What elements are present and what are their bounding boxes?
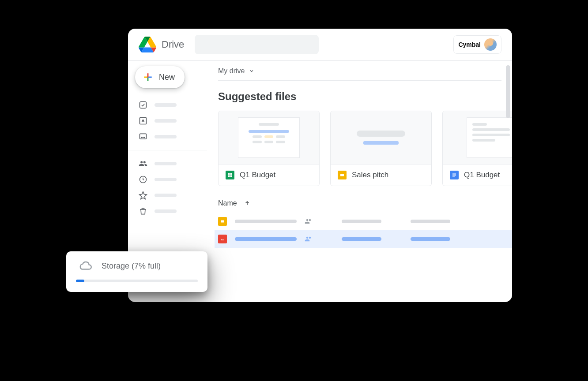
sidebar-item-starred[interactable] xyxy=(135,188,207,202)
computer-icon xyxy=(139,132,147,141)
sidebar-item-trash[interactable] xyxy=(135,204,207,218)
main-content: My drive Suggested files xyxy=(207,61,512,302)
sidebar-item-priority[interactable] xyxy=(135,98,207,112)
storage-progress xyxy=(76,280,198,282)
sidebar-item-recent[interactable] xyxy=(135,172,207,187)
sidebar-item-mydrive[interactable] xyxy=(135,114,207,128)
sidebar-divider xyxy=(128,150,207,150)
table-row[interactable] xyxy=(218,213,512,230)
app-header: Drive Cymbal xyxy=(128,29,512,61)
svg-rect-0 xyxy=(140,102,147,108)
account-label: Cymbal xyxy=(458,41,481,48)
docs-icon xyxy=(450,171,459,179)
svg-point-4 xyxy=(143,137,143,138)
search-input[interactable] xyxy=(195,35,319,54)
clock-icon xyxy=(139,175,147,184)
drive-logo-icon xyxy=(139,37,156,52)
new-button[interactable]: New xyxy=(135,66,185,88)
breadcrumb-label: My drive xyxy=(218,67,245,75)
svg-point-5 xyxy=(144,137,145,138)
breadcrumb[interactable]: My drive xyxy=(218,67,501,81)
storage-label: Storage (7% full) xyxy=(102,261,161,271)
file-name: Q1 Budget xyxy=(240,171,275,179)
avatar xyxy=(484,38,497,51)
column-name: Name xyxy=(218,199,237,207)
svg-rect-7 xyxy=(340,174,344,176)
suggested-title: Suggested files xyxy=(218,90,512,103)
star-icon xyxy=(139,191,147,200)
file-card[interactable]: Sales pitch xyxy=(330,111,432,186)
slides-icon xyxy=(338,171,347,179)
check-square-icon xyxy=(139,101,147,109)
storage-card[interactable]: Storage (7% full) xyxy=(66,251,207,292)
new-button-label: New xyxy=(159,73,175,82)
trash-icon xyxy=(139,207,147,216)
image-icon xyxy=(218,235,227,243)
scrollbar[interactable] xyxy=(506,65,510,118)
file-name: Q1 Budget xyxy=(464,171,500,179)
shared-icon xyxy=(305,217,313,225)
drive-square-icon xyxy=(139,116,147,125)
plus-icon xyxy=(142,71,154,83)
suggested-cards: Q1 Budget Sales pitc xyxy=(218,111,512,186)
sidebar-item-computers[interactable] xyxy=(135,130,207,144)
app-title: Drive xyxy=(162,39,184,50)
arrow-up-icon xyxy=(244,200,250,206)
cloud-icon xyxy=(76,259,94,273)
table-header[interactable]: Name xyxy=(218,197,512,210)
table-row[interactable] xyxy=(215,230,512,248)
file-list xyxy=(218,213,512,248)
svg-rect-8 xyxy=(221,220,224,223)
file-card[interactable]: Q1 Budget xyxy=(218,111,320,186)
svg-point-3 xyxy=(141,137,142,138)
file-card[interactable]: Q1 Budget xyxy=(442,111,512,186)
sheets-icon xyxy=(226,171,234,179)
chevron-down-icon xyxy=(249,68,254,74)
account-switcher[interactable]: Cymbal xyxy=(453,35,501,54)
sidebar-item-shared[interactable] xyxy=(135,157,207,171)
people-icon xyxy=(139,159,147,168)
shared-icon xyxy=(305,235,313,243)
file-name: Sales pitch xyxy=(352,171,388,179)
slides-icon xyxy=(218,217,227,226)
storage-progress-fill xyxy=(76,280,84,282)
